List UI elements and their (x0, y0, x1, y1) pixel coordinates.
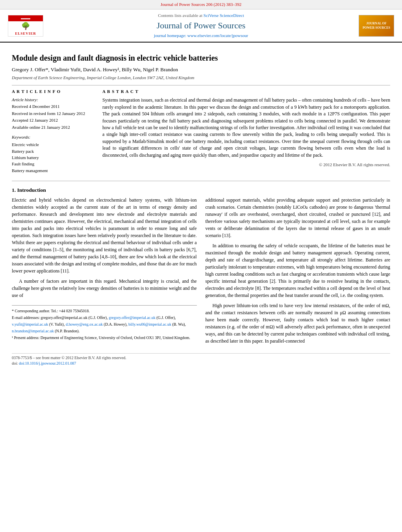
journal-header: ▬▬▬ 🌳 ELSEVIER Contents lists available … (0, 9, 402, 43)
footnotes: * Corresponding author. Tel.: +44 020 75… (12, 305, 197, 341)
divider-1 (12, 85, 390, 85)
article-info-title: A R T I C L E I N F O (12, 89, 94, 95)
intro-left-col: Electric and hybrid vehicles depend on e… (12, 196, 197, 348)
elsevier-name: ELSEVIER (15, 31, 36, 36)
footnote-2: E-mail addresses: gregory.offer@imperial… (12, 315, 197, 321)
accepted-date: Accepted 12 January 2012 (12, 117, 94, 123)
keywords-label: Keywords: (12, 134, 94, 140)
affiliation: Department of Earth Science Engineering,… (12, 75, 390, 81)
keyword-3: Lithium battery (12, 155, 94, 161)
intro-p2: A number of factors are important in thi… (12, 278, 197, 299)
body-two-col: Electric and hybrid vehicles depend on e… (12, 196, 390, 348)
footnote-4: n.brandon@imperial.ac.uk (N.P. Brandon). (12, 328, 197, 334)
keyword-4: Fault finding (12, 161, 94, 167)
journal-reference-bar: Journal of Power Sources 206 (2012) 383–… (0, 0, 402, 9)
copyright: © 2012 Elsevier B.V. All rights reserved… (102, 162, 390, 168)
info-abstract-section: A R T I C L E I N F O Article history: R… (12, 89, 390, 178)
article-info-column: A R T I C L E I N F O Article history: R… (12, 89, 94, 178)
footnote-email-5[interactable]: n.brandon@imperial.ac.uk (12, 329, 54, 333)
footnote-5: ¹ Present address: Department of Enginee… (12, 335, 197, 341)
journal-homepage: journal homepage: www.elsevier.com/locat… (47, 33, 355, 39)
footnote-1: * Corresponding author. Tel.: +44 020 75… (12, 308, 197, 314)
intro-right-col: additional support materials, whilst pro… (206, 196, 391, 348)
issn-line: 0378-7753/$ – see front matter © 2012 El… (12, 355, 390, 361)
abstract-text: Systems integration issues, such as elec… (102, 97, 390, 159)
body-section: 1. Introduction Electric and hybrid vehi… (12, 187, 390, 348)
doi-line: doi: doi:10.1016/j.jpowsour.2012.01.087 (12, 361, 390, 366)
contents-line: Contents lists available at SciVerse Sci… (47, 13, 355, 19)
abstract-title: A B S T R A C T (102, 89, 390, 95)
intro-right-p1: additional support materials, whilst pro… (206, 196, 391, 239)
main-content: Module design and fault diagnosis in ele… (0, 43, 402, 374)
elsevier-logo: ▬▬▬ 🌳 ELSEVIER (8, 15, 43, 37)
journal-ref-text: Journal of Power Sources 206 (2012) 383–… (161, 2, 241, 7)
elsevier-logo-top: ▬▬▬ (8, 15, 43, 21)
footnote-2-text: E-mail addresses: gregory.offer@imperial… (12, 315, 108, 320)
intro-heading: 1. Introduction (12, 187, 390, 194)
intro-right-p2: In addition to ensuring the safety of ve… (206, 242, 391, 299)
keyword-1: Electric vehicle (12, 142, 94, 148)
intro-p1: Electric and hybrid vehicles depend on e… (12, 196, 197, 274)
doi-link[interactable]: doi:10.1016/j.jpowsour.2012.01.087 (19, 361, 76, 365)
keywords-block: Keywords: Electric vehicle Battery pack … (12, 134, 94, 174)
footnote-email-1[interactable]: gregory.offer@imperial.ac.uk (109, 315, 156, 320)
power-sources-logo: JOURNAL OF POWER SOURCES (359, 15, 394, 37)
elsevier-tree-icon: 🌳 (21, 21, 30, 31)
article-title: Module design and fault diagnosis in ele… (12, 53, 390, 63)
article-history-label: Article history: (12, 97, 94, 103)
keywords-list: Electric vehicle Battery pack Lithium ba… (12, 142, 94, 174)
available-date: Available online 21 January 2012 (12, 124, 94, 130)
sciverse-link[interactable]: SciVerse ScienceDirect (204, 13, 244, 18)
journal-title: Journal of Power Sources (47, 20, 355, 32)
authors-text: Gregory J. Offer*, Vladimir Yufit, David… (12, 67, 178, 72)
keyword-2: Battery pack (12, 148, 94, 154)
divider-2 (12, 181, 390, 181)
abstract-column: A B S T R A C T Systems integration issu… (102, 89, 390, 178)
footnote-email-4[interactable]: billy.wu06@imperial.ac.uk (128, 322, 171, 326)
bottom-info: 0378-7753/$ – see front matter © 2012 El… (12, 353, 390, 366)
footnote-email-3[interactable]: d.howey@eng.ox.ac.uk (66, 322, 103, 326)
received-revised-date: Received in revised form 12 January 2012 (12, 111, 94, 117)
keyword-5: Battery management (12, 168, 94, 174)
authors: Gregory J. Offer*, Vladimir Yufit, David… (12, 66, 390, 73)
intro-right-p3: High power lithium-ion cells tend to hav… (206, 302, 391, 345)
article-history-block: Article history: Received 4 December 201… (12, 97, 94, 130)
received-date: Received 4 December 2011 (12, 104, 94, 109)
header-center: Contents lists available at SciVerse Sci… (47, 13, 355, 39)
footnote-email-2[interactable]: v.yufit@imperial.ac.uk (12, 322, 48, 326)
footnote-3: v.yufit@imperial.ac.uk (V. Yufit), d.how… (12, 321, 197, 327)
homepage-url[interactable]: www.elsevier.com/locate/jpowsour (187, 33, 248, 38)
